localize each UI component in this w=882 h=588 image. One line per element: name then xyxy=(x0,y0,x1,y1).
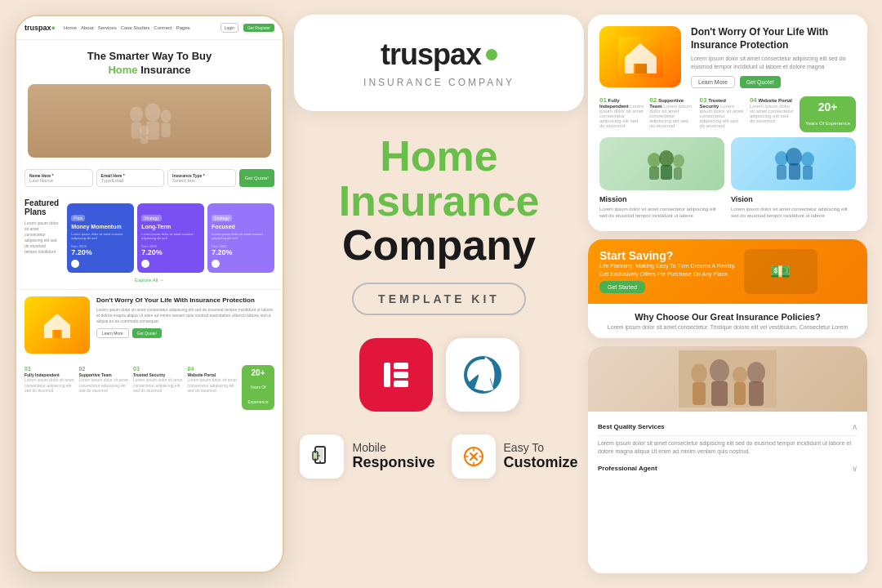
plan-card-long: Strategy Long-Term Lorem ipsum dolor sit… xyxy=(137,203,204,273)
svg-rect-43 xyxy=(734,382,746,405)
svg-rect-41 xyxy=(711,381,728,406)
right-house-image xyxy=(599,26,681,87)
svg-point-6 xyxy=(140,125,149,136)
bot-family-image xyxy=(588,346,867,412)
mock-name-field[interactable]: Name Here * Last Name xyxy=(24,169,93,187)
svg-rect-30 xyxy=(674,167,682,180)
service-row-1[interactable]: Best Quality Services ∧ xyxy=(598,418,858,436)
saving-body: Life Planning, Making Easy To Turn Dream… xyxy=(599,262,736,270)
svg-point-40 xyxy=(710,359,729,382)
svg-rect-45 xyxy=(749,381,764,406)
service-chevron-2: ∨ xyxy=(852,464,858,473)
elementor-logo xyxy=(359,338,433,412)
svg-point-38 xyxy=(691,363,707,383)
right-learn-button[interactable]: Learn More xyxy=(691,76,735,88)
feature-mobile-main: Mobile xyxy=(352,441,434,454)
mobile-icon xyxy=(310,445,333,468)
mock-insurance-section: Don't Worry Of Your Life With Insurance … xyxy=(16,289,283,360)
mock-hero-image xyxy=(28,84,271,158)
svg-rect-34 xyxy=(777,165,786,180)
plan-rate-label-2: Earn 2009 xyxy=(141,244,200,248)
customize-icon-box xyxy=(452,434,496,479)
mock-login-button[interactable]: Login xyxy=(220,23,238,33)
svg-text:W: W xyxy=(475,366,490,382)
insurance-body: Lorem ipsum dolor sit amet consectetur a… xyxy=(96,307,274,324)
mock-stats-section: 01 Fully Independent Lorem ipsum dolor s… xyxy=(16,360,283,415)
main-title-green: Home Insurance xyxy=(339,132,540,225)
right-bot-card: Best Quality Services ∧ Lorem ipsum dolo… xyxy=(588,346,867,573)
mock-logo: truspax● xyxy=(24,24,56,32)
service-name-1: Best Quality Services xyxy=(598,423,665,430)
svg-rect-11 xyxy=(394,372,408,378)
plan-name-2: Long-Term xyxy=(141,224,200,230)
nav-about: About xyxy=(81,25,94,30)
right-insurance-header: Don't Worry Of Your Life With Insurance … xyxy=(599,26,856,88)
customize-icon xyxy=(462,445,485,468)
svg-rect-9 xyxy=(384,363,390,387)
insurance-quote-button[interactable]: Get Quote! xyxy=(132,328,162,338)
vision-body: Lorem ipsum dolor sit amet consectetur a… xyxy=(731,206,856,220)
rs-1: 01 Fully Independent Lorem ipsum dolor s… xyxy=(599,96,644,132)
mobile-mockup: truspax● Home About Services Case Studie… xyxy=(15,15,284,573)
features-row: Mobile Responsive Easy To Customize xyxy=(300,434,577,479)
nav-pages: Pages xyxy=(176,25,190,30)
insurance-btns: Learn More Get Quote! xyxy=(96,328,274,338)
saving-sub: Get Exclusively Offers For Purchase On A… xyxy=(599,270,736,278)
plan-rate-label-3: Earn 2009 xyxy=(212,244,270,248)
svg-point-18 xyxy=(319,461,321,462)
feature-mobile: Mobile Responsive xyxy=(300,434,434,479)
saving-text: Start Saving? Life Planning, Making Easy… xyxy=(599,249,736,294)
mock-register-button[interactable]: Get Register xyxy=(243,24,274,32)
explore-all-link[interactable]: Explore All → xyxy=(24,278,274,283)
svg-rect-39 xyxy=(693,382,706,405)
plan-desc-2: Lorem ipsum dolor sit amet consect adipi… xyxy=(141,232,200,240)
saving-banner: Start Saving? Life Planning, Making Easy… xyxy=(588,239,867,304)
feature-customize-main: Easy To xyxy=(504,441,578,454)
plan-dot-3 xyxy=(212,260,220,268)
svg-rect-28 xyxy=(649,167,659,180)
insurance-learn-button[interactable]: Learn More xyxy=(96,328,129,338)
years-badge: 20+ Years Of Experience xyxy=(242,365,274,410)
mock-email-field[interactable]: Email Here * TypeEmail xyxy=(96,169,165,187)
mock-quote-button[interactable]: Get Quote! xyxy=(239,169,274,187)
vision-title: Vision xyxy=(731,195,856,203)
main-title: Home Insurance Company xyxy=(302,134,576,268)
brand-logo: truspax xyxy=(381,38,497,72)
svg-point-25 xyxy=(648,153,661,167)
mock-insurance-select[interactable]: Insurance Type * Select box xyxy=(167,169,236,187)
feature-customize: Easy To Customize xyxy=(452,434,578,479)
right-insurance-body: Lorem ipsum dolor sit amet consectetur a… xyxy=(691,55,856,71)
service-row-2[interactable]: Professional Agent ∨ xyxy=(598,460,858,477)
svg-rect-12 xyxy=(394,381,408,387)
svg-rect-7 xyxy=(140,136,149,144)
feature-customize-text: Easy To Customize xyxy=(504,441,578,471)
rs-years-badge: 20+ Years Of Experience xyxy=(800,96,856,132)
plugin-logos: W xyxy=(359,338,519,412)
svg-point-42 xyxy=(733,367,747,383)
plan-rate-1: 7.20% xyxy=(71,248,130,256)
right-quote-button[interactable]: Get Quote! xyxy=(740,76,781,88)
main-title-rest: Company xyxy=(342,221,536,269)
right-insurance-btns: Learn More Get Quote! xyxy=(691,76,856,88)
plan-rate-3: 7.20% xyxy=(212,248,270,256)
mission-vision-grid: Mission Lorem ipsum dolor sit amet conse… xyxy=(599,195,856,220)
wordpress-logo: W xyxy=(446,338,519,412)
plan-card-focused: Strategy Focused Lorem ipsum dolor sit a… xyxy=(207,203,274,273)
plan-badge-3: Strategy xyxy=(212,215,232,221)
svg-point-2 xyxy=(145,103,160,121)
plans-cards: Plain Money Momentum Lorem ipsum dolor s… xyxy=(67,203,274,273)
mission-body: Lorem ipsum dolor sit amet consectetur a… xyxy=(599,206,724,220)
svg-rect-29 xyxy=(661,165,672,180)
nav-case: Case Studies xyxy=(121,25,150,30)
svg-point-32 xyxy=(786,148,802,166)
plan-dot-2 xyxy=(141,260,149,268)
saving-cta-button[interactable]: Get Started xyxy=(599,281,645,293)
stat-4: 04 Website Portal Lorem ipsum dolor sit … xyxy=(188,365,239,410)
mock-hero-title: The Smarter Way To Buy Home Insurance xyxy=(28,50,271,78)
right-panel: Don't Worry Of Your Life With Insurance … xyxy=(588,15,867,573)
why-heading: Why Choose Our Great Insurance Policies? xyxy=(599,312,856,322)
svg-rect-36 xyxy=(803,166,813,180)
elementor-icon xyxy=(376,354,416,395)
mobile-icon-box xyxy=(300,434,344,479)
nav-connect: Connect xyxy=(154,25,172,30)
